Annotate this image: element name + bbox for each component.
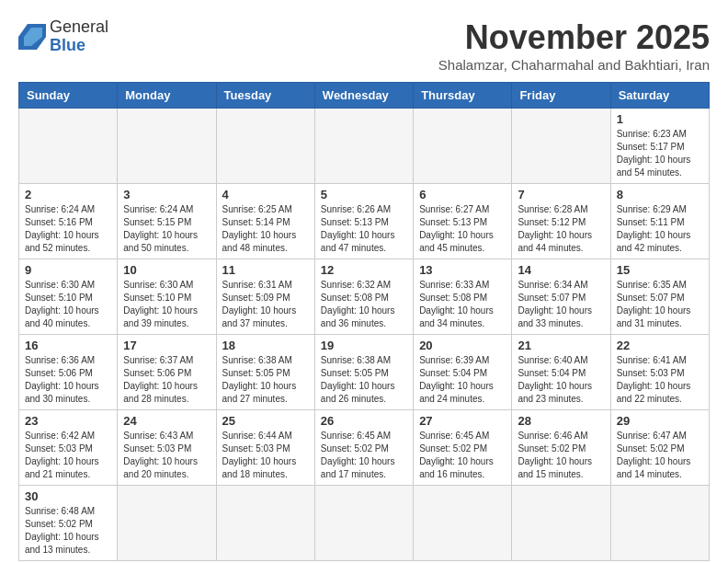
day-number: 4 bbox=[222, 188, 309, 201]
day-number: 25 bbox=[222, 414, 309, 428]
calendar-cell: 4Sunrise: 6:25 AM Sunset: 5:14 PM Daylig… bbox=[216, 184, 314, 259]
weekday-header-sunday: Sunday bbox=[19, 83, 118, 109]
day-info: Sunrise: 6:24 AM Sunset: 5:15 PM Dayligh… bbox=[123, 203, 210, 255]
calendar-cell: 17Sunrise: 6:37 AM Sunset: 5:06 PM Dayli… bbox=[118, 335, 216, 410]
weekday-header-row: SundayMondayTuesdayWednesdayThursdayFrid… bbox=[19, 83, 710, 109]
calendar-cell: 19Sunrise: 6:38 AM Sunset: 5:05 PM Dayli… bbox=[314, 335, 413, 410]
calendar-cell bbox=[314, 486, 413, 561]
calendar-cell bbox=[118, 486, 216, 561]
calendar-cell: 16Sunrise: 6:36 AM Sunset: 5:06 PM Dayli… bbox=[19, 335, 118, 410]
day-info: Sunrise: 6:35 AM Sunset: 5:07 PM Dayligh… bbox=[617, 279, 703, 330]
month-title: November 2025 bbox=[438, 18, 710, 57]
title-area: November 2025 Shalamzar, Chaharmahal and… bbox=[438, 18, 710, 73]
day-number: 27 bbox=[419, 414, 506, 428]
calendar-cell: 14Sunrise: 6:34 AM Sunset: 5:07 PM Dayli… bbox=[512, 259, 610, 335]
calendar-cell: 7Sunrise: 6:28 AM Sunset: 5:12 PM Daylig… bbox=[512, 184, 610, 259]
day-info: Sunrise: 6:42 AM Sunset: 5:03 PM Dayligh… bbox=[25, 430, 111, 481]
day-number: 20 bbox=[419, 339, 506, 352]
day-info: Sunrise: 6:47 AM Sunset: 5:02 PM Dayligh… bbox=[617, 430, 703, 481]
calendar-cell: 29Sunrise: 6:47 AM Sunset: 5:02 PM Dayli… bbox=[610, 410, 709, 486]
calendar-cell bbox=[610, 486, 709, 561]
day-number: 2 bbox=[25, 188, 111, 201]
calendar-cell: 3Sunrise: 6:24 AM Sunset: 5:15 PM Daylig… bbox=[118, 184, 216, 259]
calendar-week-row-3: 16Sunrise: 6:36 AM Sunset: 5:06 PM Dayli… bbox=[19, 335, 710, 410]
day-number: 19 bbox=[321, 339, 407, 352]
logo-text-general: General bbox=[50, 18, 108, 37]
day-number: 29 bbox=[617, 414, 703, 428]
day-info: Sunrise: 6:24 AM Sunset: 5:16 PM Dayligh… bbox=[25, 203, 111, 255]
day-number: 6 bbox=[419, 188, 506, 201]
day-info: Sunrise: 6:38 AM Sunset: 5:05 PM Dayligh… bbox=[321, 354, 407, 406]
calendar-cell bbox=[414, 486, 512, 561]
calendar-cell: 20Sunrise: 6:39 AM Sunset: 5:04 PM Dayli… bbox=[414, 335, 512, 410]
calendar-cell: 1Sunrise: 6:23 AM Sunset: 5:17 PM Daylig… bbox=[610, 109, 709, 184]
logo: General Blue bbox=[18, 18, 108, 55]
day-info: Sunrise: 6:25 AM Sunset: 5:14 PM Dayligh… bbox=[222, 203, 309, 255]
logo-text-blue: Blue bbox=[50, 37, 108, 55]
calendar-cell: 11Sunrise: 6:31 AM Sunset: 5:09 PM Dayli… bbox=[216, 259, 314, 335]
day-number: 3 bbox=[123, 188, 210, 201]
calendar-cell bbox=[216, 109, 314, 184]
calendar-cell bbox=[414, 109, 512, 184]
calendar-cell: 8Sunrise: 6:29 AM Sunset: 5:11 PM Daylig… bbox=[610, 184, 709, 259]
calendar-cell bbox=[19, 109, 118, 184]
weekday-header-thursday: Thursday bbox=[414, 83, 512, 109]
weekday-header-tuesday: Tuesday bbox=[216, 83, 314, 109]
day-number: 5 bbox=[321, 188, 407, 201]
calendar-cell: 27Sunrise: 6:45 AM Sunset: 5:02 PM Dayli… bbox=[414, 410, 512, 486]
calendar-cell: 12Sunrise: 6:32 AM Sunset: 5:08 PM Dayli… bbox=[314, 259, 413, 335]
day-number: 17 bbox=[123, 339, 210, 352]
day-number: 18 bbox=[222, 339, 309, 352]
calendar-week-row-2: 9Sunrise: 6:30 AM Sunset: 5:10 PM Daylig… bbox=[19, 259, 710, 335]
calendar-cell bbox=[118, 109, 216, 184]
day-number: 26 bbox=[321, 414, 407, 428]
day-number: 23 bbox=[25, 414, 111, 428]
weekday-header-monday: Monday bbox=[118, 83, 216, 109]
day-number: 16 bbox=[25, 339, 111, 352]
calendar-table: SundayMondayTuesdayWednesdayThursdayFrid… bbox=[18, 82, 710, 561]
day-number: 7 bbox=[518, 188, 604, 201]
calendar-week-row-0: 1Sunrise: 6:23 AM Sunset: 5:17 PM Daylig… bbox=[19, 109, 710, 184]
calendar-cell bbox=[512, 109, 610, 184]
calendar-cell: 22Sunrise: 6:41 AM Sunset: 5:03 PM Dayli… bbox=[610, 335, 709, 410]
day-info: Sunrise: 6:44 AM Sunset: 5:03 PM Dayligh… bbox=[222, 430, 309, 481]
day-number: 13 bbox=[419, 263, 506, 277]
calendar-cell: 5Sunrise: 6:26 AM Sunset: 5:13 PM Daylig… bbox=[314, 184, 413, 259]
calendar-cell: 30Sunrise: 6:48 AM Sunset: 5:02 PM Dayli… bbox=[19, 486, 118, 561]
calendar-cell bbox=[512, 486, 610, 561]
day-info: Sunrise: 6:27 AM Sunset: 5:13 PM Dayligh… bbox=[419, 203, 506, 255]
day-number: 22 bbox=[617, 339, 703, 352]
calendar-cell: 24Sunrise: 6:43 AM Sunset: 5:03 PM Dayli… bbox=[118, 410, 216, 486]
calendar-cell: 15Sunrise: 6:35 AM Sunset: 5:07 PM Dayli… bbox=[610, 259, 709, 335]
calendar-week-row-1: 2Sunrise: 6:24 AM Sunset: 5:16 PM Daylig… bbox=[19, 184, 710, 259]
day-info: Sunrise: 6:38 AM Sunset: 5:05 PM Dayligh… bbox=[222, 354, 309, 406]
day-number: 21 bbox=[518, 339, 604, 352]
weekday-header-friday: Friday bbox=[512, 83, 610, 109]
calendar-cell: 10Sunrise: 6:30 AM Sunset: 5:10 PM Dayli… bbox=[118, 259, 216, 335]
calendar-cell: 21Sunrise: 6:40 AM Sunset: 5:04 PM Dayli… bbox=[512, 335, 610, 410]
day-number: 8 bbox=[617, 188, 703, 201]
day-info: Sunrise: 6:28 AM Sunset: 5:12 PM Dayligh… bbox=[518, 203, 604, 255]
calendar-week-row-4: 23Sunrise: 6:42 AM Sunset: 5:03 PM Dayli… bbox=[19, 410, 710, 486]
calendar-cell: 6Sunrise: 6:27 AM Sunset: 5:13 PM Daylig… bbox=[414, 184, 512, 259]
day-info: Sunrise: 6:30 AM Sunset: 5:10 PM Dayligh… bbox=[123, 279, 210, 330]
day-info: Sunrise: 6:34 AM Sunset: 5:07 PM Dayligh… bbox=[518, 279, 604, 330]
day-number: 9 bbox=[25, 263, 111, 277]
day-number: 10 bbox=[123, 263, 210, 277]
day-info: Sunrise: 6:48 AM Sunset: 5:02 PM Dayligh… bbox=[25, 505, 111, 557]
day-info: Sunrise: 6:29 AM Sunset: 5:11 PM Dayligh… bbox=[617, 203, 703, 255]
day-number: 15 bbox=[617, 263, 703, 277]
calendar-cell: 28Sunrise: 6:46 AM Sunset: 5:02 PM Dayli… bbox=[512, 410, 610, 486]
day-info: Sunrise: 6:36 AM Sunset: 5:06 PM Dayligh… bbox=[25, 354, 111, 406]
day-info: Sunrise: 6:40 AM Sunset: 5:04 PM Dayligh… bbox=[518, 354, 604, 406]
calendar-cell: 18Sunrise: 6:38 AM Sunset: 5:05 PM Dayli… bbox=[216, 335, 314, 410]
day-number: 14 bbox=[518, 263, 604, 277]
day-number: 24 bbox=[123, 414, 210, 428]
day-info: Sunrise: 6:30 AM Sunset: 5:10 PM Dayligh… bbox=[25, 279, 111, 330]
day-number: 11 bbox=[222, 263, 309, 277]
day-info: Sunrise: 6:26 AM Sunset: 5:13 PM Dayligh… bbox=[321, 203, 407, 255]
day-info: Sunrise: 6:43 AM Sunset: 5:03 PM Dayligh… bbox=[123, 430, 210, 481]
day-info: Sunrise: 6:37 AM Sunset: 5:06 PM Dayligh… bbox=[123, 354, 210, 406]
day-info: Sunrise: 6:33 AM Sunset: 5:08 PM Dayligh… bbox=[419, 279, 506, 330]
day-number: 30 bbox=[25, 489, 111, 503]
